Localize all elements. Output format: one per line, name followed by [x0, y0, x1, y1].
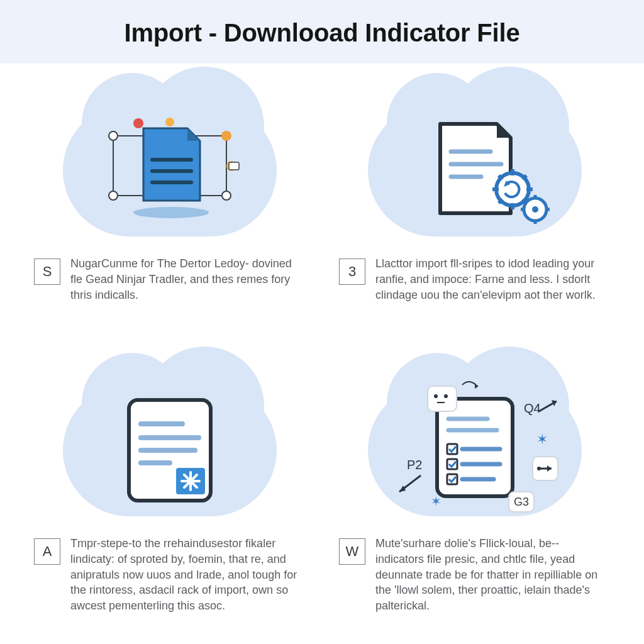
svg-point-4: [109, 131, 118, 140]
step-description: Llacttor import fll-sripes to idod leadi…: [375, 256, 608, 303]
file-emblem-icon: [88, 387, 252, 513]
page-title: Import - Downlooad Indicator File: [0, 19, 644, 47]
svg-point-56: [444, 394, 448, 398]
step-1: S NugarCunme for The Dertor Ledoy- dovin…: [33, 89, 306, 350]
svg-point-6: [222, 191, 231, 200]
step-4-illustration: Q4 ✶ P2 ✶ G3: [338, 369, 611, 532]
step-1-illustration: [33, 89, 306, 252]
annotation-g3: G3: [514, 496, 529, 508]
svg-point-34: [532, 206, 538, 213]
svg-rect-54: [428, 386, 457, 411]
svg-point-7: [133, 118, 143, 128]
step-badge: A: [34, 538, 60, 565]
step-badge: 3: [339, 258, 365, 285]
svg-point-9: [221, 131, 231, 141]
step-2: 3 Llacttor import fll-sripes to idod lea…: [338, 89, 611, 350]
steps-grid: S NugarCunme for The Dertor Ledoy- dovin…: [0, 64, 644, 642]
svg-text:✶: ✶: [431, 494, 441, 508]
svg-point-65: [537, 467, 541, 470]
svg-marker-58: [475, 384, 479, 389]
step-description: NugarCunme for The Dertor Ledoy- dovined…: [70, 256, 303, 303]
file-network-icon: [75, 111, 264, 230]
file-gear-icon: [380, 108, 569, 233]
step-4: Q4 ✶ P2 ✶ G3 W: [338, 369, 611, 630]
svg-point-5: [109, 191, 118, 200]
step-3: A Tmpr-stepe-to the rrehaindusestor fika…: [33, 369, 306, 630]
step-3-illustration: [33, 369, 306, 532]
svg-point-8: [165, 118, 174, 126]
page-header: Import - Downlooad Indicator File: [0, 0, 644, 64]
step-badge: S: [34, 258, 60, 285]
svg-text:✶: ✶: [536, 431, 548, 447]
step-2-illustration: [338, 89, 611, 252]
step-description: Tmpr-stepe-to the rrehaindusestor fikale…: [70, 536, 303, 614]
checklist-scatter-icon: Q4 ✶ P2 ✶ G3: [368, 381, 582, 519]
svg-line-25: [499, 175, 502, 179]
svg-point-15: [133, 207, 209, 218]
svg-rect-11: [229, 162, 239, 170]
svg-line-27: [499, 199, 502, 203]
annotation-p2: P2: [407, 458, 422, 472]
annotation-q4: Q4: [524, 401, 541, 415]
svg-point-55: [434, 394, 438, 398]
step-badge: W: [339, 538, 365, 565]
svg-marker-67: [399, 486, 406, 492]
svg-line-24: [523, 175, 526, 179]
step-description: Mute'surhare dolie's Fllick-loual, be-- …: [375, 536, 608, 614]
